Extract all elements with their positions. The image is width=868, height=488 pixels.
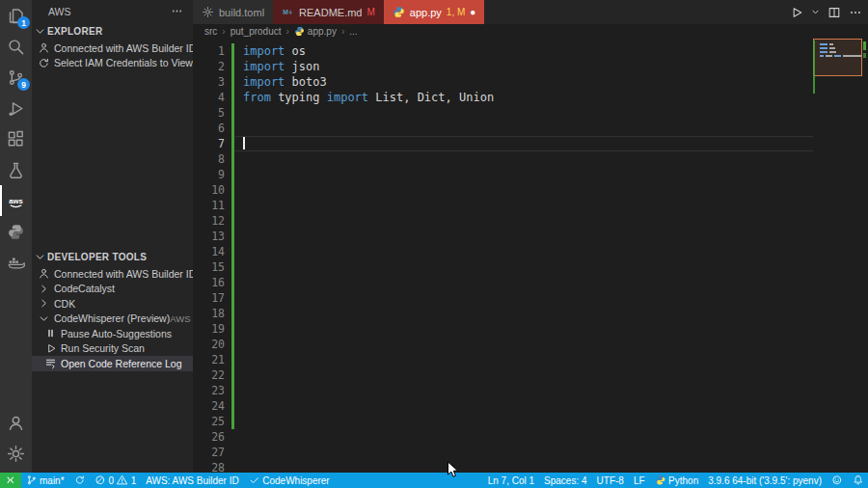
tab-build-toml[interactable]: build.toml bbox=[193, 0, 273, 24]
cursor-position-status[interactable]: Ln 7, Col 1 bbox=[483, 473, 539, 488]
code-line-17[interactable]: 17 bbox=[193, 290, 868, 306]
pause-icon bbox=[44, 327, 57, 339]
code-line-16[interactable]: 16 bbox=[193, 275, 868, 290]
overview-ruler[interactable] bbox=[861, 39, 868, 473]
code-line-27[interactable]: 27 bbox=[193, 445, 868, 460]
extensions-icon[interactable] bbox=[0, 123, 32, 154]
dirty-indicator[interactable]: ● bbox=[470, 7, 475, 17]
code-line-10[interactable]: 10 bbox=[193, 182, 868, 198]
explorer-icon[interactable]: 1 bbox=[0, 0, 32, 31]
breadcrumb-item[interactable]: app.py bbox=[294, 26, 337, 37]
devtools-section-header[interactable]: DEVELOPER TOOLS bbox=[32, 248, 193, 266]
line-number: 24 bbox=[193, 398, 225, 414]
explorer-builder-id-status[interactable]: Connected with AWS Builder ID bbox=[32, 41, 193, 56]
aws-toolkit-icon: aws bbox=[7, 192, 25, 210]
encoding-status[interactable]: UTF-8 bbox=[592, 473, 629, 488]
language-mode-status[interactable]: Python bbox=[650, 473, 704, 488]
code-line-12[interactable]: 12 bbox=[193, 213, 868, 229]
tab-readme-md[interactable]: MREADME.mdM bbox=[273, 0, 384, 24]
split-editor-button[interactable] bbox=[827, 6, 841, 19]
code-line-28[interactable]: 28 bbox=[193, 460, 868, 473]
python-extension-icon[interactable] bbox=[0, 216, 32, 247]
select-iam-credentials[interactable]: Select IAM Credentials to View ... bbox=[32, 56, 193, 71]
line-number: 8 bbox=[193, 151, 225, 167]
more-editor-actions-button[interactable] bbox=[849, 6, 862, 19]
problems-status[interactable]: 01 bbox=[90, 473, 141, 488]
line-number: 15 bbox=[193, 259, 225, 275]
code-line-1[interactable]: 1import os bbox=[193, 43, 868, 59]
docker-icon[interactable] bbox=[0, 247, 32, 278]
code-line-2[interactable]: 2import json bbox=[193, 59, 868, 74]
open-code-reference-log-item[interactable]: Open Code Reference Log bbox=[32, 356, 193, 371]
error-icon bbox=[95, 474, 106, 486]
code-line-4[interactable]: 4from typing import List, Dict, Union bbox=[193, 90, 868, 105]
source-control-icon[interactable]: 9 bbox=[0, 62, 32, 93]
settings-gear-icon[interactable] bbox=[0, 438, 32, 469]
line-number: 11 bbox=[193, 198, 225, 213]
code-line-26[interactable]: 26 bbox=[193, 429, 868, 445]
sync-changes-button[interactable] bbox=[69, 473, 91, 488]
breadcrumb-item[interactable]: src bbox=[204, 26, 217, 37]
code-text bbox=[234, 352, 243, 367]
code-line-19[interactable]: 19 bbox=[193, 321, 868, 337]
line-number: 5 bbox=[193, 105, 225, 121]
run-debug-icon[interactable] bbox=[0, 93, 32, 123]
segment-text: 0 bbox=[109, 475, 115, 486]
codewhisperer-status[interactable]: CodeWhisperer bbox=[244, 473, 335, 488]
explorer-section-header[interactable]: EXPLORER bbox=[32, 22, 193, 41]
remote-indicator[interactable] bbox=[0, 473, 21, 488]
code-line-18[interactable]: 18 bbox=[193, 306, 868, 321]
tab-app-py[interactable]: app.py1, M● bbox=[384, 0, 485, 24]
notifications-bell[interactable] bbox=[848, 473, 868, 488]
code-line-21[interactable]: 21 bbox=[193, 352, 868, 367]
run-dropdown-caret[interactable] bbox=[811, 8, 820, 16]
item-label: Pause Auto-Suggestions bbox=[61, 328, 172, 339]
docker-icon bbox=[7, 254, 25, 272]
code-text bbox=[234, 229, 243, 244]
code-text bbox=[234, 290, 243, 306]
breadcrumb: src›put_product›app.py›... bbox=[193, 24, 868, 39]
codecatalyst-item[interactable]: CodeCatalyst bbox=[32, 282, 193, 297]
code-line-23[interactable]: 23 bbox=[193, 383, 868, 398]
run-python-file-button[interactable] bbox=[790, 6, 803, 19]
code-line-13[interactable]: 13 bbox=[193, 229, 868, 244]
code-line-22[interactable]: 22 bbox=[193, 367, 868, 383]
code-line-25[interactable]: 25 bbox=[193, 414, 868, 429]
code-line-3[interactable]: 3import boto3 bbox=[193, 74, 868, 90]
code-line-11[interactable]: 11 bbox=[193, 198, 868, 213]
testing-icon[interactable] bbox=[0, 154, 32, 185]
code-line-24[interactable]: 24 bbox=[193, 398, 868, 414]
code-line-15[interactable]: 15 bbox=[193, 259, 868, 275]
code-line-8[interactable]: 8 bbox=[193, 151, 868, 167]
code-line-20[interactable]: 20 bbox=[193, 337, 868, 352]
indentation-status[interactable]: Spaces: 4 bbox=[539, 473, 591, 488]
breadcrumb-item[interactable]: put_product bbox=[231, 26, 282, 37]
item-label: Connected with AWS Builder ID bbox=[54, 42, 193, 54]
minimap[interactable] bbox=[815, 41, 861, 156]
run-security-scan-item[interactable]: Run Security Scan bbox=[32, 341, 193, 357]
code-text bbox=[234, 244, 243, 259]
code-line-7[interactable]: 7 bbox=[193, 136, 868, 151]
codewhisperer-item[interactable]: CodeWhisperer (Preview)AWS ... bbox=[32, 312, 193, 327]
aws-toolkit-icon[interactable]: aws bbox=[0, 185, 32, 216]
python-icon bbox=[393, 6, 405, 18]
search-icon[interactable] bbox=[0, 31, 32, 62]
breadcrumb-item[interactable]: ... bbox=[349, 26, 357, 37]
item-label: Run Security Scan bbox=[61, 342, 145, 354]
devtools-builder-id-status[interactable]: Connected with AWS Builder ID bbox=[32, 266, 193, 282]
sidebar-more-actions-icon[interactable] bbox=[171, 5, 183, 17]
code-text bbox=[234, 151, 243, 167]
python-interpreter-status[interactable]: 3.9.6 64-bit ('3.9.5': pyenv) bbox=[703, 473, 827, 488]
status-bar: main*01AWS: AWS Builder IDCodeWhisperer … bbox=[0, 473, 868, 488]
cdk-item[interactable]: CDK bbox=[32, 296, 193, 312]
account-icon[interactable] bbox=[0, 407, 32, 438]
git-branch-status[interactable]: main* bbox=[21, 473, 69, 488]
aws-credentials-status[interactable]: AWS: AWS Builder ID bbox=[141, 473, 244, 488]
feedback-button[interactable] bbox=[827, 473, 848, 488]
pause-auto-suggestions-item[interactable]: Pause Auto-Suggestions bbox=[32, 326, 193, 341]
code-line-14[interactable]: 14 bbox=[193, 244, 868, 259]
code-line-6[interactable]: 6 bbox=[193, 121, 868, 136]
eol-status[interactable]: LF bbox=[629, 473, 650, 488]
code-line-5[interactable]: 5 bbox=[193, 105, 868, 121]
code-line-9[interactable]: 9 bbox=[193, 167, 868, 182]
